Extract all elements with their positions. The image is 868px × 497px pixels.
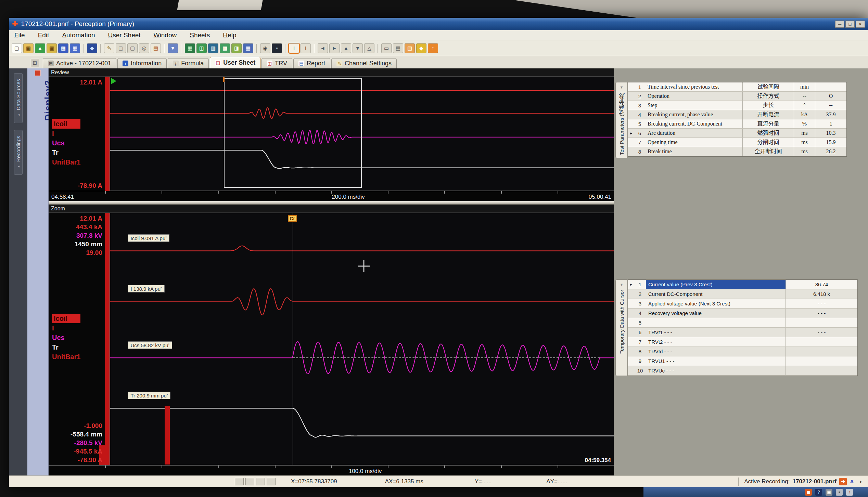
table-row[interactable]: 2Operation操作方式--O — [628, 92, 846, 101]
channel-label-i[interactable]: I — [52, 129, 80, 138]
cursor-tag[interactable]: Cr — [288, 215, 297, 222]
pen-icon[interactable]: ◗ — [857, 478, 865, 485]
table-row[interactable]: ►1Current value (Prev 3 Crest)36.74 — [628, 280, 857, 289]
channel-label-icoil[interactable]: Icoil — [52, 119, 80, 129]
channel-label-ucs[interactable]: Ucs — [52, 333, 80, 342]
table-row[interactable]: 4Breaking current, phase value开断电流kA37.9 — [628, 110, 846, 119]
table-row[interactable]: 10TRVUc - - - — [628, 366, 857, 376]
channel-label-i[interactable]: I — [52, 323, 80, 333]
table-row[interactable]: 5Breaking current, DC-Component直流分量%1 — [628, 119, 846, 129]
open-folder-icon[interactable]: ▣ — [47, 43, 57, 53]
display-1-icon[interactable]: ▦ — [185, 43, 195, 53]
tab-active-170212-001[interactable]: ⊞Active - 170212-001 — [43, 58, 116, 68]
trace-annotation-tr[interactable]: Tr 200.9 mm pu▪ — [128, 392, 170, 399]
save-icon[interactable]: ▦ — [58, 43, 68, 53]
edit-icon[interactable]: ✎ — [104, 43, 114, 53]
layout-icon[interactable]: ▼ — [168, 43, 178, 53]
table-row[interactable]: ►6Arc duration燃弧时间ms10.3 — [628, 129, 846, 138]
menu-item-sheets[interactable]: Sheets — [190, 31, 210, 39]
tray-display-icon[interactable]: ▣ — [826, 489, 832, 496]
table-row[interactable]: 3Applied voltage value (Next 3 Crest)- -… — [628, 299, 857, 309]
table-row[interactable]: 8TRVtd - - - — [628, 347, 857, 356]
info-tool-icon[interactable]: ◆ — [416, 43, 426, 53]
rail-tab-data-sources[interactable]: ▸Data Sources — [14, 73, 23, 123]
test-parameters-tab[interactable]: ▼ Test Parameters (试验参数) — [615, 82, 628, 158]
cursor-line[interactable] — [293, 213, 293, 465]
tray-app-icon[interactable]: ◼ — [805, 489, 812, 496]
trace-annotation-icoil[interactable]: Icoil 9.091 A pu▪ — [128, 234, 169, 242]
selection-rect[interactable] — [224, 78, 362, 188]
display-5-icon[interactable]: ◨ — [231, 43, 242, 53]
trace-annotation-ucs[interactable]: Ucs 58.82 kV pu▪ — [128, 341, 172, 349]
table-row[interactable]: 7Opening time分闸时间ms15.9 — [628, 138, 846, 147]
pan-left-icon[interactable]: ◄ — [318, 43, 328, 53]
tab-user-sheet[interactable]: ◫User Sheet — [210, 57, 260, 68]
tab-formula[interactable]: ƒFormula — [168, 58, 209, 68]
cursor-tool-icon[interactable]: I — [289, 43, 299, 53]
tab-trv[interactable]: ◫TRV — [261, 58, 292, 68]
open-icon[interactable]: ▣ — [23, 43, 34, 53]
record-icon[interactable]: ◎ — [139, 43, 149, 53]
tray-help-icon[interactable]: ? — [815, 489, 822, 496]
table-row[interactable]: 3Step步长°-- — [628, 101, 846, 110]
annotation-a-icon[interactable]: A — [848, 478, 856, 485]
table-row[interactable]: 8Break time全开断时间ms26.2 — [628, 147, 846, 156]
maximize-button[interactable]: □ — [845, 21, 855, 28]
display-3-icon[interactable]: ▥ — [208, 43, 218, 53]
review-plot-area[interactable] — [110, 77, 614, 191]
add-recording-icon[interactable]: ▲ — [35, 43, 45, 53]
zoom-out-icon[interactable]: ▼ — [353, 43, 363, 53]
auto-scale-icon[interactable]: △ — [364, 43, 374, 53]
tab-channel-settings[interactable]: ✎Channel Settings — [331, 58, 397, 68]
recording-status-icon[interactable]: ➔ — [839, 478, 847, 485]
status-mini-button[interactable] — [235, 478, 244, 485]
table-row[interactable]: 2Current DC-Component6.418 k — [628, 289, 857, 299]
status-mini-button[interactable] — [267, 478, 276, 485]
table-row[interactable]: 5 — [628, 318, 857, 328]
table-row[interactable]: 9TRVU1 - - - — [628, 356, 857, 366]
display-6-icon[interactable]: ▦ — [243, 43, 253, 53]
review-panel-header[interactable]: Review — [49, 68, 614, 77]
minimize-button[interactable]: ─ — [835, 21, 844, 28]
menu-item-automation[interactable]: Automation — [62, 31, 95, 39]
display-tab-strip[interactable]: Display2 — [27, 68, 49, 475]
tab-information[interactable]: iInformation — [117, 58, 167, 68]
cursor-tool-2-icon[interactable]: I — [301, 43, 311, 53]
paste-icon[interactable]: ▢ — [127, 43, 138, 53]
table-row[interactable]: 1Time interval since previous test试验间隔mi… — [628, 82, 846, 92]
clipboard-icon[interactable]: ▤ — [151, 43, 161, 53]
report-tool-icon[interactable]: ▧ — [405, 43, 415, 53]
page-layout-icon[interactable]: ▭ — [381, 43, 392, 53]
menu-item-help[interactable]: Help — [223, 31, 236, 39]
zoom-panel-header[interactable]: Zoom — [49, 205, 614, 213]
table-row[interactable]: 6TRVt1 - - -- - - — [628, 328, 857, 337]
menu-item-file[interactable]: File — [14, 31, 25, 39]
trace-annotation-i[interactable]: I 138.9 kA pu▪ — [128, 285, 164, 292]
channel-label-icoil[interactable]: Icoil — [52, 314, 80, 323]
table-row[interactable]: 4Recovery voltage value- - - — [628, 309, 857, 318]
status-mini-button[interactable] — [245, 478, 254, 485]
display-2-icon[interactable]: ◫ — [196, 43, 207, 53]
selection-marker[interactable] — [223, 77, 225, 82]
zoom-plot-area[interactable]: Cr 04:59.354 Icoil 9.091 A pu▪I 138.9 kA… — [110, 213, 614, 465]
rail-tab-recordings[interactable]: ▸Recordings — [14, 130, 23, 175]
display-4-icon[interactable]: ▩ — [220, 43, 230, 53]
export-icon[interactable]: ◆ — [87, 43, 97, 53]
menu-item-user-sheet[interactable]: User Sheet — [108, 31, 141, 39]
save-all-icon[interactable]: ▦ — [70, 43, 80, 53]
close-button[interactable]: ✕ — [856, 21, 865, 28]
channel-label-tr[interactable]: Tr — [52, 148, 80, 157]
table-row[interactable]: 7TRVt2 - - - — [628, 337, 857, 347]
zoom-in-icon[interactable]: ▲ — [341, 43, 351, 53]
channel-label-unitbar1[interactable]: UnitBar1 — [52, 157, 80, 167]
menu-item-window[interactable]: Window — [154, 31, 177, 39]
tray-volume-icon[interactable]: ♪ — [846, 489, 853, 496]
tray-generic-icon[interactable]: ▪ — [836, 489, 843, 496]
pan-right-icon[interactable]: ► — [329, 43, 340, 53]
status-mini-button[interactable] — [256, 478, 265, 485]
print-icon[interactable]: ▤ — [393, 43, 403, 53]
marker-tool-icon[interactable]: ↑ — [428, 43, 438, 53]
tab-report[interactable]: ▤Report — [293, 58, 330, 68]
copy-icon[interactable]: ▢ — [116, 43, 126, 53]
dark-display-icon[interactable]: ▪ — [272, 43, 282, 53]
